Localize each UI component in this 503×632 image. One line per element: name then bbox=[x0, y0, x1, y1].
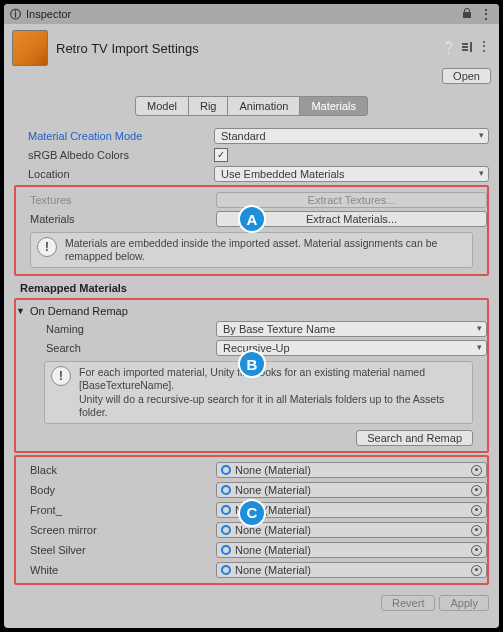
naming-dropdown[interactable]: By Base Texture Name bbox=[216, 321, 487, 337]
material-slot-value: None (Material) bbox=[235, 564, 311, 576]
naming-label: Naming bbox=[16, 323, 216, 335]
material-slot-field[interactable]: None (Material) bbox=[216, 562, 487, 578]
foldout-arrow-icon: ▼ bbox=[16, 306, 26, 316]
object-ref-icon bbox=[221, 505, 231, 515]
srgb-albedo-label: sRGB Albedo Colors bbox=[14, 149, 214, 161]
revert-button[interactable]: Revert bbox=[381, 595, 435, 611]
object-ref-icon bbox=[221, 525, 231, 535]
importer-tabs: Model Rig Animation Materials bbox=[4, 92, 499, 126]
materials-label: Materials bbox=[16, 213, 216, 225]
material-slot-label: White bbox=[16, 564, 216, 576]
component-menu-icon[interactable]: ⋮ bbox=[477, 41, 491, 56]
info-b-text: For each imported material, Unity first … bbox=[79, 366, 466, 419]
material-slot-field[interactable]: None (Material) bbox=[216, 462, 487, 478]
material-creation-mode-dropdown[interactable]: Standard bbox=[214, 128, 489, 144]
info-icon: ! bbox=[51, 366, 71, 386]
object-picker-icon[interactable] bbox=[471, 525, 482, 536]
remapped-materials-header: Remapped Materials bbox=[14, 278, 489, 296]
callout-b-region: B ▼ On Demand Remap Naming By Base Textu… bbox=[14, 298, 489, 453]
material-creation-mode-label: Material Creation Mode bbox=[14, 130, 214, 142]
inspector-titlebar: ⓘ Inspector ⋮ bbox=[4, 4, 499, 24]
asset-title: Retro TV Import Settings bbox=[56, 41, 434, 56]
callout-c-badge: C bbox=[238, 499, 266, 527]
preset-icon[interactable] bbox=[461, 41, 473, 56]
info-a-text: Materials are embedded inside the import… bbox=[65, 237, 466, 263]
info-icon: ! bbox=[37, 237, 57, 257]
search-and-remap-button[interactable]: Search and Remap bbox=[356, 430, 473, 446]
location-dropdown[interactable]: Use Embedded Materials bbox=[214, 166, 489, 182]
help-icon[interactable]: ❔ bbox=[442, 41, 457, 56]
object-picker-icon[interactable] bbox=[471, 565, 482, 576]
material-slot-value: None (Material) bbox=[235, 484, 311, 496]
info-icon: ⓘ bbox=[10, 7, 21, 22]
object-ref-icon bbox=[221, 565, 231, 575]
material-slot-label: Screen mirror bbox=[16, 524, 216, 536]
material-slot-label: Steel Silver bbox=[16, 544, 216, 556]
object-picker-icon[interactable] bbox=[471, 465, 482, 476]
material-slot-label: Front_ bbox=[16, 504, 216, 516]
callout-a-badge: A bbox=[238, 205, 266, 233]
open-button[interactable]: Open bbox=[442, 68, 491, 84]
object-picker-icon[interactable] bbox=[471, 545, 482, 556]
textures-label: Textures bbox=[16, 194, 216, 206]
object-ref-icon bbox=[221, 465, 231, 475]
callout-a-region: A Textures Extract Textures... Materials… bbox=[14, 185, 489, 276]
location-label: Location bbox=[14, 168, 214, 180]
on-demand-remap-foldout[interactable]: ▼ On Demand Remap bbox=[16, 303, 487, 319]
object-ref-icon bbox=[221, 545, 231, 555]
lock-icon[interactable] bbox=[461, 7, 473, 21]
tab-animation[interactable]: Animation bbox=[227, 96, 300, 116]
object-picker-icon[interactable] bbox=[471, 505, 482, 516]
tab-model[interactable]: Model bbox=[135, 96, 189, 116]
asset-thumbnail-icon bbox=[12, 30, 48, 66]
info-a-box: ! Materials are embedded inside the impo… bbox=[30, 232, 473, 268]
material-slot-label: Black bbox=[16, 464, 216, 476]
panel-menu-icon[interactable]: ⋮ bbox=[479, 10, 493, 18]
on-demand-remap-label: On Demand Remap bbox=[30, 305, 128, 317]
srgb-albedo-checkbox[interactable]: ✓ bbox=[214, 148, 228, 162]
callout-c-region: C Black None (Material) Body None (Mater… bbox=[14, 455, 489, 585]
object-ref-icon bbox=[221, 485, 231, 495]
asset-header: Retro TV Import Settings ❔ ⋮ bbox=[4, 24, 499, 66]
material-slot-value: None (Material) bbox=[235, 464, 311, 476]
object-picker-icon[interactable] bbox=[471, 485, 482, 496]
material-slot-label: Body bbox=[16, 484, 216, 496]
panel-title: Inspector bbox=[26, 8, 71, 20]
apply-button[interactable]: Apply bbox=[439, 595, 489, 611]
search-label: Search bbox=[16, 342, 216, 354]
material-slot-value: None (Material) bbox=[235, 544, 311, 556]
tab-rig[interactable]: Rig bbox=[188, 96, 229, 116]
material-slot-field[interactable]: None (Material) bbox=[216, 542, 487, 558]
tab-materials[interactable]: Materials bbox=[299, 96, 368, 116]
material-slot-field[interactable]: None (Material) bbox=[216, 482, 487, 498]
